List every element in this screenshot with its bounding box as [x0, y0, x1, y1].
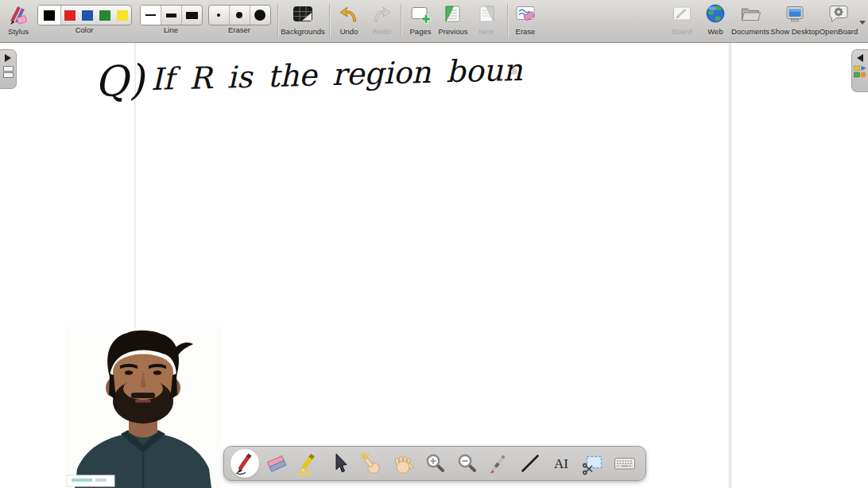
- show-desktop-icon: [784, 2, 806, 27]
- undo-button[interactable]: Undo: [333, 2, 365, 36]
- stylus-label: Stylus: [8, 27, 29, 36]
- laser-pointer-icon: [486, 451, 510, 475]
- top-toolbar: Stylus Color Line: [0, 0, 868, 43]
- web-globe-icon: [704, 2, 727, 27]
- previous-page-label: Previous: [439, 27, 468, 36]
- next-page-icon: [475, 2, 498, 27]
- previous-page-icon: [442, 2, 464, 27]
- next-page-label: Next: [479, 27, 494, 36]
- line-thin-button[interactable]: [141, 6, 161, 25]
- line-tool[interactable]: [514, 447, 546, 479]
- expand-right-icon: [5, 54, 11, 62]
- eraser-group: Eraser: [208, 2, 270, 34]
- expand-left-icon: [857, 54, 863, 62]
- pen-tool[interactable]: [229, 447, 261, 479]
- line-thick-button[interactable]: [182, 6, 202, 25]
- magic-finger-icon: [359, 451, 383, 475]
- documents-label: Documents: [731, 27, 769, 36]
- stylus-palette: AI: [223, 446, 646, 481]
- redo-button: Redo: [366, 2, 397, 36]
- zoom-in-icon: [423, 451, 447, 475]
- library-panel-tab[interactable]: [851, 49, 868, 92]
- undo-icon: [338, 2, 360, 27]
- cursor-arrow-icon: [327, 451, 351, 475]
- eraser-label: Eraser: [228, 25, 250, 34]
- presenter-webcam: [65, 327, 221, 488]
- board-mode-button: Board: [666, 2, 698, 36]
- text-tool-icon: AI: [549, 451, 573, 475]
- color-swatch-yellow[interactable]: [114, 6, 131, 25]
- backgrounds-label: Backgrounds: [281, 27, 324, 36]
- redo-label: Redo: [373, 27, 391, 36]
- openboard-menu-button[interactable]: OpenBoard: [817, 2, 860, 36]
- pages-button[interactable]: Pages: [405, 2, 436, 36]
- board-mode-icon: [671, 2, 693, 27]
- web-mode-label: Web: [707, 27, 723, 36]
- zoom-out-tool[interactable]: [451, 447, 482, 479]
- previous-page-button[interactable]: Previous: [434, 2, 472, 36]
- color-swatch-blue[interactable]: [79, 6, 96, 25]
- interact-tool[interactable]: [355, 447, 387, 479]
- eraser-icon: [265, 451, 289, 475]
- highlighter-icon: [296, 451, 320, 475]
- erase-label: Erase: [516, 27, 536, 36]
- pen-cursor-dot: [511, 68, 517, 75]
- show-desktop-button[interactable]: Show Desktop: [769, 2, 820, 36]
- stylus-button[interactable]: Stylus: [2, 2, 35, 36]
- openboard-app: Stylus Color Line: [0, 0, 868, 488]
- openboard-gear-icon: [827, 2, 850, 27]
- line-medium-button[interactable]: [161, 6, 182, 25]
- toolbar-overflow-arrow-icon[interactable]: [859, 21, 866, 25]
- hand-icon: [391, 451, 415, 475]
- svg-text:AI: AI: [554, 456, 568, 471]
- library-icon: [854, 65, 866, 78]
- laser-pointer-tool[interactable]: [482, 447, 514, 479]
- handwriting-text: If R is the region boun: [150, 52, 523, 97]
- highlighter-tool[interactable]: [293, 447, 324, 479]
- documents-button[interactable]: Documents: [730, 2, 771, 36]
- handwriting-question-number: Q): [93, 56, 149, 107]
- eraser-small-button[interactable]: [209, 6, 230, 25]
- web-mode-button[interactable]: Web: [703, 2, 728, 36]
- erase-icon: [514, 2, 537, 27]
- toolbar-separator: [401, 4, 402, 37]
- pen-icon: [233, 451, 257, 475]
- zoom-out-icon: [455, 451, 479, 475]
- eraser-medium-button[interactable]: [230, 6, 250, 25]
- documents-folder-icon: [739, 2, 761, 27]
- color-swatch-green[interactable]: [96, 6, 114, 25]
- redo-icon: [370, 2, 393, 27]
- scroll-hand-tool[interactable]: [387, 447, 419, 479]
- next-page-button: Next: [473, 2, 500, 36]
- pages-label: Pages: [410, 27, 432, 36]
- color-swatch-black[interactable]: [38, 6, 61, 25]
- color-label: Color: [76, 25, 94, 34]
- eraser-large-button[interactable]: [250, 6, 270, 25]
- whiteboard-canvas[interactable]: Q) If R is the region boun: [0, 43, 868, 488]
- eraser-tool[interactable]: [261, 447, 293, 479]
- left-panel-tab[interactable]: [0, 49, 17, 89]
- keyboard-icon: [613, 451, 637, 475]
- keyboard-tool[interactable]: [609, 447, 641, 479]
- backgrounds-icon: [292, 2, 314, 27]
- capture-tool[interactable]: [577, 447, 609, 479]
- erase-button[interactable]: Erase: [510, 2, 541, 36]
- line-label: Line: [164, 25, 178, 34]
- color-group: Color: [37, 2, 132, 34]
- pages-panel-icon: [3, 65, 14, 78]
- pages-icon: [409, 2, 432, 27]
- line-icon: [518, 451, 542, 475]
- page-edge-line: [728, 43, 732, 488]
- openboard-menu-label: OpenBoard: [820, 27, 858, 36]
- toolbar-separator: [507, 4, 509, 37]
- undo-label: Undo: [340, 27, 358, 36]
- color-swatch-red[interactable]: [61, 6, 79, 25]
- toolbar-separator: [329, 4, 331, 37]
- text-tool[interactable]: AI: [545, 447, 577, 479]
- selector-tool[interactable]: [324, 447, 356, 479]
- board-mode-label: Board: [672, 27, 692, 36]
- zoom-in-tool[interactable]: [419, 447, 451, 479]
- backgrounds-button[interactable]: Backgrounds: [278, 2, 327, 36]
- line-group: Line: [140, 2, 202, 34]
- stylus-icon: [6, 2, 30, 27]
